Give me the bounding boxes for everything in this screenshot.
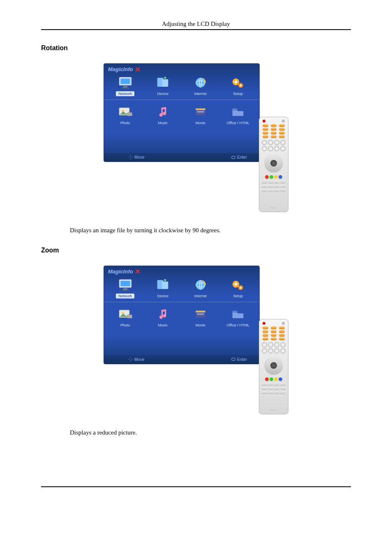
remote-button[interactable] [280,348,286,354]
panel-footer: Move Enter [104,355,259,364]
remote-button[interactable] [268,189,273,192]
dpad[interactable] [264,356,283,375]
blue-button[interactable] [279,377,282,381]
remote-button[interactable] [282,120,285,123]
remote-button[interactable] [263,338,268,340]
tile-office[interactable]: Office / HTML [221,307,254,328]
remote-button[interactable] [280,140,286,145]
remote-button[interactable] [280,342,286,347]
dpad[interactable] [264,154,283,173]
remote-button[interactable] [271,135,277,138]
remote-button[interactable] [274,342,279,347]
photo-icon [117,307,134,321]
remote-button[interactable] [268,342,273,347]
remote-button[interactable] [268,180,273,184]
remote-button[interactable] [268,387,273,390]
tile-network[interactable]: Network [109,76,142,96]
remote-button[interactable] [274,189,279,192]
remote-button[interactable] [280,180,286,184]
yellow-button[interactable] [274,175,278,179]
remote-button[interactable] [263,132,268,134]
remote-button[interactable] [279,334,285,337]
remote-button[interactable] [262,146,267,151]
remote-button[interactable] [274,387,279,390]
remote-button[interactable] [271,124,277,127]
tile-music[interactable]: Music [146,307,179,328]
tile-internet[interactable]: Internet [184,76,217,96]
remote-button[interactable] [280,383,286,386]
remote-button[interactable] [282,322,285,325]
remote-button[interactable] [274,185,279,188]
tile-device[interactable]: Device [146,76,179,96]
remote-button[interactable] [274,180,279,184]
remote-button[interactable] [271,128,277,131]
remote-button[interactable] [268,140,273,145]
remote-button[interactable] [279,128,285,131]
remote-button[interactable] [263,135,268,138]
power-button[interactable] [263,322,265,325]
remote-button[interactable] [271,330,277,333]
remote-button[interactable] [268,348,273,354]
remote-button[interactable] [280,189,286,192]
yellow-button[interactable] [274,377,278,381]
remote-button[interactable] [262,342,267,347]
blue-button[interactable] [279,175,282,179]
tile-network[interactable]: Network [109,278,142,298]
tile-photo[interactable]: Photo [109,105,142,125]
green-button[interactable] [270,175,273,179]
power-button[interactable] [263,120,265,123]
remote-button[interactable] [263,326,268,329]
remote-button[interactable] [279,326,285,329]
remote-button[interactable] [262,391,267,394]
heading-rotation: Rotation [41,44,351,52]
remote-button[interactable] [262,180,267,184]
remote-button[interactable] [262,140,267,145]
remote-button[interactable] [263,334,268,337]
globe-icon [192,278,209,292]
remote-button[interactable] [262,348,267,354]
remote-button[interactable] [280,391,286,394]
remote-button[interactable] [268,146,273,151]
remote-button[interactable] [268,383,273,386]
remote-button[interactable] [274,146,279,151]
remote-button[interactable] [279,330,285,333]
tile-photo[interactable]: Photo [109,307,142,328]
remote-button[interactable] [271,326,277,329]
tile-device[interactable]: Device [146,278,179,298]
red-button[interactable] [265,377,269,381]
remote-button[interactable] [263,330,268,333]
svg-rect-2 [123,86,127,87]
green-button[interactable] [270,377,273,381]
red-button[interactable] [265,175,269,179]
tile-setup[interactable]: Setup [221,76,254,96]
remote-button[interactable] [280,387,286,390]
remote-button[interactable] [274,140,279,145]
tile-movie[interactable]: Movie [184,105,217,125]
remote-button[interactable] [271,338,277,340]
remote-button[interactable] [263,124,268,127]
remote-button[interactable] [279,135,285,138]
remote-button[interactable] [271,132,277,134]
remote-button[interactable] [280,146,286,151]
remote-button[interactable] [268,185,273,188]
tile-music[interactable]: Music [146,105,179,125]
tile-internet[interactable]: Internet [184,278,217,298]
remote-button[interactable] [279,132,285,134]
remote-button[interactable] [274,391,279,394]
tile-office[interactable]: Office / HTML [221,105,254,125]
tile-setup[interactable]: Setup [221,278,254,298]
remote-button[interactable] [262,383,267,386]
svg-rect-3 [122,88,129,89]
remote-button[interactable] [262,387,267,390]
remote-button[interactable] [274,383,279,386]
remote-button[interactable] [271,334,277,337]
remote-button[interactable] [263,128,268,131]
remote-button[interactable] [280,185,286,188]
remote-button[interactable] [279,124,285,127]
remote-button[interactable] [268,391,273,394]
remote-button[interactable] [279,338,285,340]
remote-button[interactable] [274,348,279,354]
tile-movie[interactable]: Movie [184,307,217,328]
remote-button[interactable] [262,189,267,192]
remote-button[interactable] [262,185,267,188]
